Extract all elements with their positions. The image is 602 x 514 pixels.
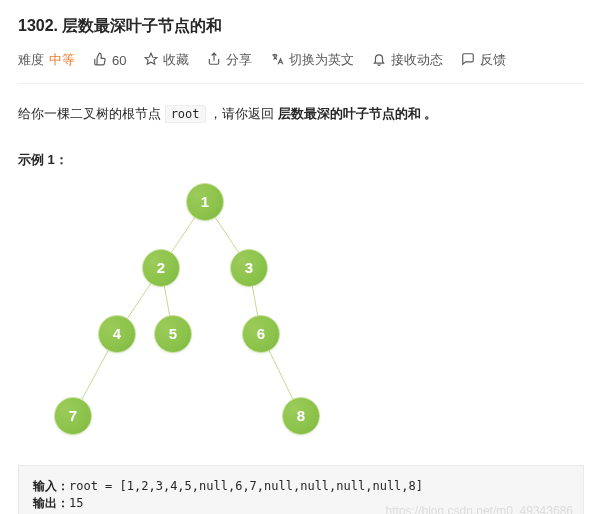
switch-lang-button[interactable]: 切换为英文 bbox=[270, 51, 354, 69]
tree-node: 1 bbox=[186, 183, 224, 221]
like-count: 60 bbox=[112, 53, 126, 68]
desc-text: ，请你返回 bbox=[206, 106, 278, 121]
like-button[interactable]: 60 bbox=[93, 52, 126, 68]
tree-node: 7 bbox=[54, 397, 92, 435]
tree-node: 3 bbox=[230, 249, 268, 287]
example-code-block: 输入：root = [1,2,3,4,5,null,6,7,null,null,… bbox=[18, 465, 584, 514]
inline-code: root bbox=[165, 105, 206, 123]
output-label: 输出： bbox=[33, 496, 69, 510]
meta-bar: 难度 中等 60 收藏 分享 切换为英文 接收动态 反馈 bbox=[18, 51, 584, 84]
tree-node: 6 bbox=[242, 315, 280, 353]
favorite-button[interactable]: 收藏 bbox=[144, 51, 189, 69]
output-value: 15 bbox=[69, 496, 83, 510]
translate-icon bbox=[270, 52, 284, 68]
page-title: 1302. 层数最深叶子节点的和 bbox=[18, 16, 584, 37]
star-icon bbox=[144, 52, 158, 68]
tree-node: 2 bbox=[142, 249, 180, 287]
tree-node: 5 bbox=[154, 315, 192, 353]
difficulty-value: 中等 bbox=[49, 51, 75, 69]
bell-icon bbox=[372, 52, 386, 68]
thumbs-up-icon bbox=[93, 52, 107, 68]
input-value: root = [1,2,3,4,5,null,6,7,null,null,nul… bbox=[69, 479, 423, 493]
subscribe-label: 接收动态 bbox=[391, 51, 443, 69]
share-button[interactable]: 分享 bbox=[207, 51, 252, 69]
feedback-label: 反馈 bbox=[480, 51, 506, 69]
switch-lang-label: 切换为英文 bbox=[289, 51, 354, 69]
difficulty: 难度 中等 bbox=[18, 51, 75, 69]
example-title: 示例 1： bbox=[18, 151, 584, 169]
share-icon bbox=[207, 52, 221, 68]
problem-description: 给你一棵二叉树的根节点 root ，请你返回 层数最深的叶子节点的和 。 bbox=[18, 102, 584, 127]
subscribe-button[interactable]: 接收动态 bbox=[372, 51, 443, 69]
comment-icon bbox=[461, 52, 475, 68]
share-label: 分享 bbox=[226, 51, 252, 69]
svg-marker-0 bbox=[146, 53, 158, 64]
desc-bold: 层数最深的叶子节点的和 。 bbox=[278, 106, 438, 121]
tree-node: 4 bbox=[98, 315, 136, 353]
input-label: 输入： bbox=[33, 479, 69, 493]
tree-node: 8 bbox=[282, 397, 320, 435]
favorite-label: 收藏 bbox=[163, 51, 189, 69]
tree-diagram: 12345678 bbox=[38, 179, 338, 449]
desc-text: 给你一棵二叉树的根节点 bbox=[18, 106, 165, 121]
feedback-button[interactable]: 反馈 bbox=[461, 51, 506, 69]
difficulty-label: 难度 bbox=[18, 51, 44, 69]
